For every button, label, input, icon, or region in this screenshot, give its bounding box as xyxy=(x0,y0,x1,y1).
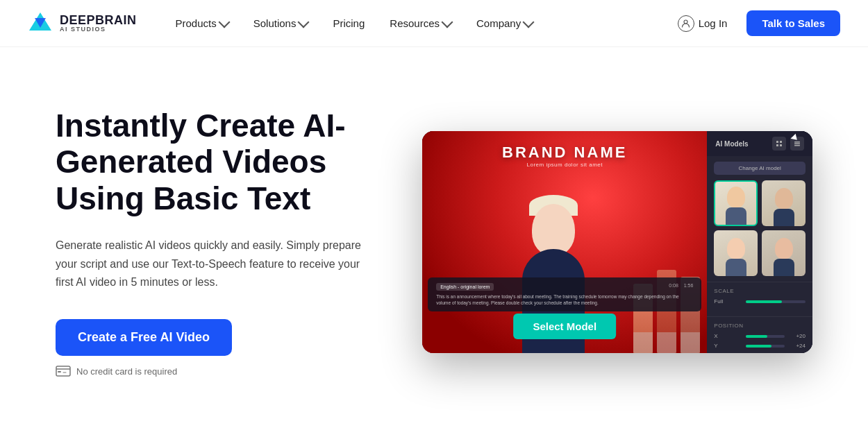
pos-y-label: Y xyxy=(714,343,742,349)
pos-x-label: X xyxy=(714,333,742,339)
change-model-button[interactable]: Change AI model xyxy=(714,162,806,175)
main-content: Instantly Create AI-Generated Videos Usi… xyxy=(0,47,868,437)
nav-products-label: Products xyxy=(176,17,217,29)
controls-caption-text: This is an announcement where today's al… xyxy=(436,293,693,306)
hero-description: Generate realistic AI videos quickly and… xyxy=(56,237,381,291)
pos-x-fill xyxy=(746,335,767,338)
company-chevron-icon xyxy=(523,17,535,28)
model-thumb-1[interactable] xyxy=(714,180,758,226)
brand-name-text: BRAND NAME xyxy=(502,144,627,162)
nav-resources[interactable]: Resources xyxy=(378,12,462,35)
logo-main-text: DEEPBRAIN xyxy=(60,14,137,26)
no-credit-badge: No credit card is required xyxy=(56,366,381,377)
model-face-1 xyxy=(726,187,746,225)
logo[interactable]: DEEPBRAIN AI STUDIOS xyxy=(28,11,137,36)
nav-products[interactable]: Products xyxy=(165,12,240,35)
brand-overlay: BRAND NAME Lorem ipsum dolor sit amet xyxy=(502,144,627,168)
credit-card-icon xyxy=(56,366,71,377)
scale-fill xyxy=(746,300,781,303)
model-face-2 xyxy=(774,188,794,226)
pos-x-value: +20 xyxy=(789,333,806,339)
logo-sub-text: AI STUDIOS xyxy=(60,26,137,33)
nav-pricing-label: Pricing xyxy=(333,17,365,29)
nav-right: Log In Talk to Sales xyxy=(667,10,840,37)
panel-icon-btn-1[interactable] xyxy=(772,137,786,151)
nav-pricing[interactable]: Pricing xyxy=(322,12,376,35)
video-preview-area: BRAND NAME Lorem ipsum dolor sit amet xyxy=(422,131,707,353)
svg-rect-7 xyxy=(776,141,778,143)
svg-rect-8 xyxy=(780,141,782,143)
position-y-row: Y +24 xyxy=(714,343,806,349)
solutions-chevron-icon xyxy=(298,17,310,28)
controls-language: English - original lorem xyxy=(436,283,494,291)
scale-section: Scale Full xyxy=(707,282,812,311)
hero-section: Instantly Create AI-Generated Videos Usi… xyxy=(56,108,381,377)
nav-company[interactable]: Company xyxy=(465,12,544,35)
pos-y-fill xyxy=(746,345,771,348)
select-model-button[interactable]: Select Model xyxy=(513,314,616,339)
model-face-4 xyxy=(774,238,794,276)
nav-company-label: Company xyxy=(476,17,521,29)
svg-rect-12 xyxy=(794,144,800,145)
user-icon xyxy=(678,15,694,32)
scale-section-title: Scale xyxy=(714,288,806,294)
scale-full-label: Full xyxy=(714,298,742,305)
model-thumb-3[interactable] xyxy=(714,230,758,276)
create-btn-label: Create a Free AI Video xyxy=(78,330,210,345)
login-button[interactable]: Log In xyxy=(667,10,739,37)
controls-time: 0:08 1:56 xyxy=(669,283,693,291)
hero-title: Instantly Create AI-Generated Videos Usi… xyxy=(56,108,381,218)
position-section: Position X +20 Y +24 xyxy=(707,316,812,353)
no-credit-label: No credit card is required xyxy=(76,366,177,377)
nav-solutions-label: Solutions xyxy=(253,17,297,29)
nav-solutions[interactable]: Solutions xyxy=(242,12,319,35)
model-thumb-2[interactable] xyxy=(762,180,806,226)
logo-icon xyxy=(28,11,53,36)
video-controls-bar: English - original lorem 0:08 1:56 This … xyxy=(428,277,701,311)
video-editor-preview: BRAND NAME Lorem ipsum dolor sit amet xyxy=(422,131,812,353)
svg-rect-9 xyxy=(776,144,778,146)
model-thumb-4[interactable] xyxy=(762,230,806,276)
scale-slider[interactable] xyxy=(746,300,806,303)
nav-links: Products Solutions Pricing Resources Com… xyxy=(165,12,667,35)
brand-tagline-text: Lorem ipsum dolor sit amet xyxy=(502,162,627,168)
create-free-video-button[interactable]: Create a Free AI Video xyxy=(56,319,232,356)
model-grid xyxy=(707,180,812,276)
scale-slider-row: Full xyxy=(714,298,806,305)
svg-rect-5 xyxy=(58,371,61,372)
pos-y-slider[interactable] xyxy=(746,345,785,348)
products-chevron-icon xyxy=(218,17,230,28)
presenter-head xyxy=(532,204,575,256)
ai-models-panel: AI Models xyxy=(707,131,812,353)
svg-rect-10 xyxy=(780,144,782,146)
talk-sales-label: Talk to Sales xyxy=(762,17,825,29)
login-label: Log In xyxy=(699,17,728,29)
position-x-row: X +20 xyxy=(714,333,806,339)
pos-x-slider[interactable] xyxy=(746,335,785,338)
position-section-title: Position xyxy=(714,323,806,329)
model-face-3 xyxy=(726,238,746,276)
panel-title: AI Models xyxy=(715,140,748,148)
pos-y-value: +24 xyxy=(789,343,806,349)
talk-to-sales-button[interactable]: Talk to Sales xyxy=(746,10,840,36)
svg-rect-13 xyxy=(794,145,800,146)
resources-chevron-icon xyxy=(442,17,453,28)
nav-resources-label: Resources xyxy=(390,17,440,29)
panel-icon-group xyxy=(772,137,804,151)
navbar: DEEPBRAIN AI STUDIOS Products Solutions … xyxy=(0,0,868,47)
svg-point-2 xyxy=(684,20,687,24)
